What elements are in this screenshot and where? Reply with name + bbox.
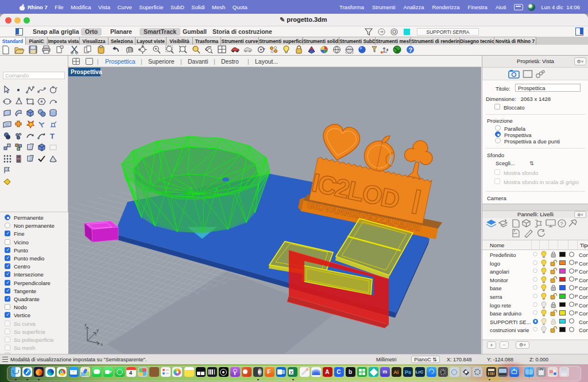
svg-text:Prospettiva: Prospettiva	[71, 69, 102, 75]
svg-text:y: y	[96, 328, 99, 333]
svg-text:?: ?	[560, 221, 563, 227]
svg-text:?: ?	[409, 46, 413, 53]
svg-text:z: z	[84, 322, 87, 328]
svg-text:T: T	[50, 132, 55, 141]
svg-text:x: x	[100, 342, 103, 347]
